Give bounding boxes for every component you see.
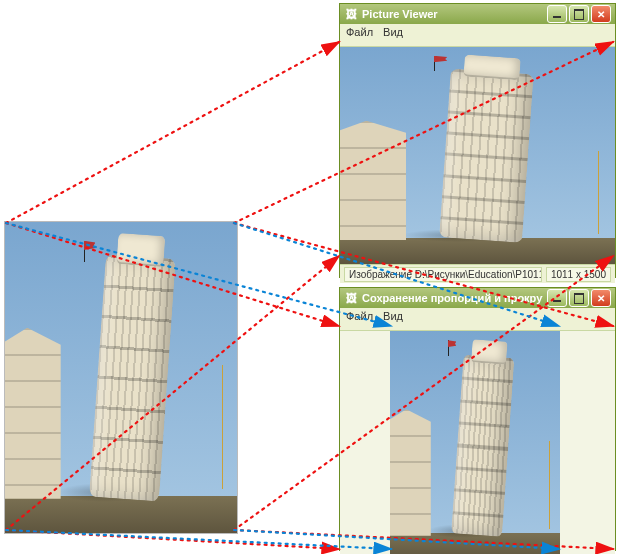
- window-picture-viewer: 🖼 Picture Viewer ✕ Файл Вид: [339, 3, 616, 278]
- close-button[interactable]: ✕: [591, 5, 611, 23]
- diagram-stage: 🖼 Picture Viewer ✕ Файл Вид: [0, 0, 620, 554]
- maximize-button[interactable]: [569, 289, 589, 307]
- maximize-button[interactable]: [569, 5, 589, 23]
- minimize-button[interactable]: [547, 5, 567, 23]
- app-icon: 🖼: [344, 7, 358, 21]
- menu-file[interactable]: Файл: [346, 26, 373, 44]
- close-button[interactable]: ✕: [591, 289, 611, 307]
- minimize-button[interactable]: [547, 289, 567, 307]
- menubar: Файл Вид: [340, 24, 615, 47]
- menu-view[interactable]: Вид: [383, 26, 403, 44]
- titlebar[interactable]: 🖼 Сохранение пропорций и прокрутка ✕: [340, 288, 615, 308]
- statusbar: Изображение D:\Рисунки\Education\P101110…: [340, 264, 615, 283]
- status-dims: 1011 x 1500: [546, 267, 611, 282]
- svg-line-0: [6, 42, 339, 223]
- source-photo: [4, 221, 238, 534]
- display-photo-proportional: [390, 331, 560, 554]
- titlebar[interactable]: 🖼 Picture Viewer ✕: [340, 4, 615, 24]
- display-photo-stretched: [340, 47, 615, 264]
- window-title: Сохранение пропорций и прокрутка: [362, 292, 543, 304]
- client-area: [340, 331, 615, 554]
- app-icon: 🖼: [344, 291, 358, 305]
- menubar: Файл Вид: [340, 308, 615, 331]
- menu-file[interactable]: Файл: [346, 310, 373, 328]
- window-title: Picture Viewer: [362, 8, 543, 20]
- menu-view[interactable]: Вид: [383, 310, 403, 328]
- window-proportional: 🖼 Сохранение пропорций и прокрутка ✕ Фай…: [339, 287, 616, 551]
- client-area: [340, 47, 615, 264]
- status-path: Изображение D:\Рисунки\Education\P101110…: [344, 267, 542, 282]
